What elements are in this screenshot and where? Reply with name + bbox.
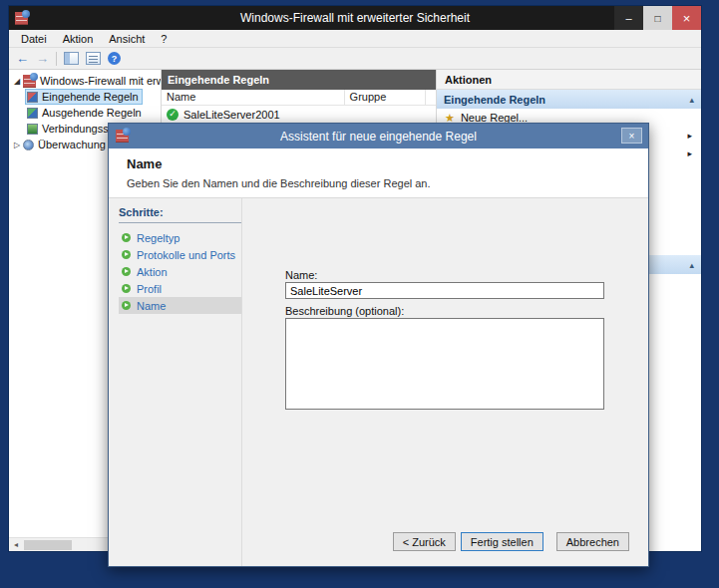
rule-enabled-icon: ✓ xyxy=(167,109,179,121)
wizard-page-header: Name Geben Sie den Namen und die Beschre… xyxy=(109,148,648,198)
new-rule-icon: ★ xyxy=(445,113,455,124)
flyout-arrow-icon: ▸ xyxy=(687,148,692,158)
step-bullet-icon xyxy=(122,267,131,276)
table-row-salelitserver2001[interactable]: ✓ SaleLiteServer2001 xyxy=(162,106,436,123)
back-icon[interactable]: ← xyxy=(16,52,29,65)
toolbar-separator xyxy=(56,52,57,66)
toolbar: ← → ? xyxy=(9,48,701,70)
menu-datei[interactable]: Datei xyxy=(13,33,55,45)
menu-aktion[interactable]: Aktion xyxy=(55,33,102,45)
section-label: Eingehende Regeln xyxy=(444,94,545,106)
back-button[interactable]: < Zurück xyxy=(393,532,456,551)
scrollbar-thumb[interactable] xyxy=(24,540,72,550)
help-icon[interactable]: ? xyxy=(108,52,121,65)
tree-item-label: Ausgehende Regeln xyxy=(42,107,142,119)
rule-name: SaleLiteServer2001 xyxy=(183,109,280,121)
tree-item-ausgehende-regeln[interactable]: Ausgehende Regeln xyxy=(9,105,161,121)
chevron-up-icon[interactable]: ▴ xyxy=(689,95,694,105)
tree-root-label: Windows-Firewall mit erweitert xyxy=(40,75,162,87)
menu-bar: Datei Aktion Ansicht ? xyxy=(9,30,701,48)
desktop-background: Windows-Firewall mit erweiterter Sicherh… xyxy=(0,0,719,588)
wizard-steps-panel: Schritte: Regeltyp Protokolle und Ports … xyxy=(119,206,241,314)
step-label[interactable]: Profil xyxy=(137,283,162,295)
flyout-arrow-icon: ▸ xyxy=(687,131,692,141)
step-bullet-icon xyxy=(122,301,131,310)
step-label[interactable]: Protokolle und Ports xyxy=(137,249,235,261)
monitoring-icon xyxy=(23,140,34,150)
steps-content-divider xyxy=(241,198,242,566)
wizard-titlebar[interactable]: Assistent für neue eingehende Regel × xyxy=(109,124,648,148)
tree-item-label: Überwachung xyxy=(38,139,106,150)
steps-heading: Schritte: xyxy=(119,206,241,223)
description-field-label: Beschreibung (optional): xyxy=(285,305,404,317)
inbound-rules-icon xyxy=(27,92,38,103)
actions-panel-title: Aktionen xyxy=(437,70,701,90)
step-label[interactable]: Aktion xyxy=(137,266,168,278)
page-title: Name xyxy=(127,156,648,171)
step-label[interactable]: Regeltyp xyxy=(137,232,180,244)
rules-panel-title: Eingehende Regeln xyxy=(162,70,436,90)
step-bullet-icon xyxy=(122,233,131,242)
wizard-title: Assistent für neue eingehende Regel xyxy=(109,130,648,144)
minimize-button[interactable]: – xyxy=(614,6,643,30)
chevron-up-icon[interactable]: ▴ xyxy=(689,260,694,270)
column-header-gruppe[interactable]: Gruppe xyxy=(345,90,426,105)
scroll-left-icon[interactable]: ◂ xyxy=(9,540,23,549)
menu-hilfe[interactable]: ? xyxy=(153,33,175,45)
close-button[interactable]: × xyxy=(672,6,701,30)
tree-root-firewall[interactable]: ◢ Windows-Firewall mit erweitert xyxy=(9,73,161,89)
cancel-button[interactable]: Abbrechen xyxy=(556,532,629,551)
tree-item-eingehende-regeln[interactable]: Eingehende Regeln xyxy=(9,89,161,105)
expanded-arrow-icon[interactable]: ◢ xyxy=(12,77,22,86)
rule-description-textarea[interactable] xyxy=(285,318,604,410)
export-list-icon[interactable] xyxy=(86,52,101,65)
forward-icon[interactable]: → xyxy=(36,52,49,65)
step-bullet-icon xyxy=(122,284,131,293)
step-bullet-icon xyxy=(122,250,131,259)
collapsed-arrow-icon[interactable]: ▷ xyxy=(12,141,22,149)
wizard-body: Schritte: Regeltyp Protokolle und Ports … xyxy=(109,198,648,566)
rule-name-input[interactable] xyxy=(285,282,604,299)
actions-section-eingehende-regeln[interactable]: Eingehende Regeln ▴ xyxy=(437,90,701,109)
step-aktion[interactable]: Aktion xyxy=(119,263,241,280)
finish-button[interactable]: Fertig stellen xyxy=(461,532,543,551)
column-header-filler xyxy=(426,90,436,105)
step-profil[interactable]: Profil xyxy=(119,280,241,297)
menu-ansicht[interactable]: Ansicht xyxy=(101,33,153,45)
show-console-tree-icon[interactable] xyxy=(64,52,79,65)
maximize-button[interactable]: □ xyxy=(643,6,672,30)
window-controls: – □ × xyxy=(614,6,701,30)
connection-security-icon xyxy=(27,124,38,135)
step-regeltyp[interactable]: Regeltyp xyxy=(119,229,241,246)
tree-item-label: Eingehende Regeln xyxy=(42,91,139,103)
window-title: Windows-Firewall mit erweiterter Sicherh… xyxy=(9,11,701,25)
column-header-row: Name Gruppe xyxy=(162,90,436,106)
step-label[interactable]: Name xyxy=(137,300,166,312)
step-name-active[interactable]: Name xyxy=(119,297,241,314)
wizard-close-button[interactable]: × xyxy=(621,128,642,144)
firewall-app-icon xyxy=(15,12,28,25)
wizard-app-icon xyxy=(116,130,129,143)
wizard-button-row: < Zurück Fertig stellen Abbrechen xyxy=(393,532,629,551)
page-subtitle: Geben Sie den Namen und die Beschreibung… xyxy=(127,177,648,189)
outbound-rules-icon xyxy=(27,108,38,119)
step-protokolle-und-ports[interactable]: Protokolle und Ports xyxy=(119,246,241,263)
new-inbound-rule-wizard: Assistent für neue eingehende Regel × Na… xyxy=(108,123,649,567)
window-titlebar[interactable]: Windows-Firewall mit erweiterter Sicherh… xyxy=(9,6,701,30)
name-field-label: Name: xyxy=(285,269,317,281)
column-header-name[interactable]: Name xyxy=(162,90,345,105)
firewall-node-icon xyxy=(23,75,36,88)
